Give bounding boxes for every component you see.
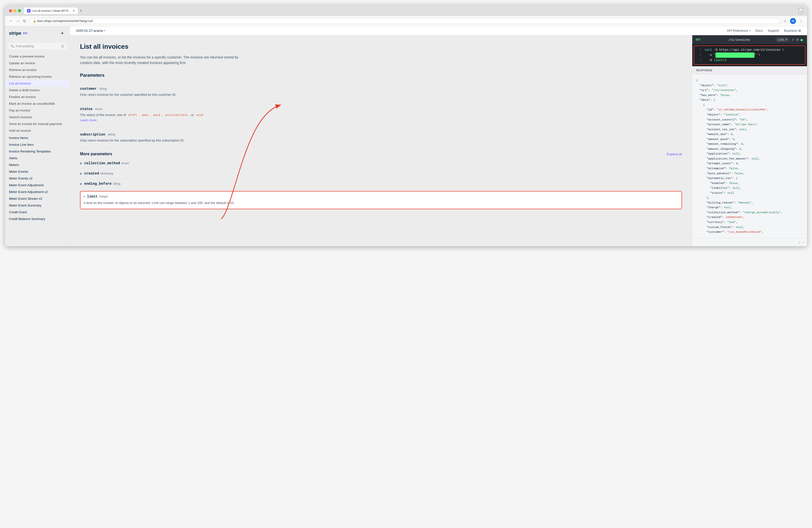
sidebar-section-credit-grant[interactable]: Credit Grant bbox=[5, 208, 70, 215]
copy-code-icon[interactable]: ⧉ bbox=[796, 38, 799, 42]
param-type-collection-method: enum bbox=[121, 161, 129, 165]
run-code-button[interactable]: ▶ bbox=[801, 38, 803, 42]
nav-docs[interactable]: Docs bbox=[755, 29, 763, 32]
param-customer: customer string Only return invoices for… bbox=[80, 82, 682, 102]
sidebar-item-update[interactable]: Update an invoice bbox=[5, 60, 70, 67]
response-panel: RESPONSE { "object": "list", "url": "/v1… bbox=[692, 66, 807, 246]
nav-business[interactable]: Business ⊞ bbox=[784, 29, 801, 32]
param-collection-method[interactable]: ▶ collection_method enum bbox=[80, 158, 682, 168]
response-line: "url": "/v1/invoices", bbox=[696, 88, 803, 93]
close-window-button[interactable] bbox=[9, 9, 12, 12]
minimize-window-button[interactable] bbox=[14, 9, 16, 12]
sidebar-item-mark-uncollectible[interactable]: Mark an invoice as uncollectible bbox=[5, 100, 70, 107]
sidebar-item-search[interactable]: Search invoices bbox=[5, 114, 70, 120]
sidebar-item-send-manual[interactable]: Send an invoice for manual payment bbox=[5, 120, 70, 127]
response-line: "attempt_count": 0, bbox=[696, 161, 803, 166]
param-type-customer: string bbox=[99, 87, 106, 90]
forward-button[interactable]: → bbox=[16, 19, 20, 23]
code-block: 1 curl -G https://api.stripe.com/v1/invo… bbox=[692, 44, 807, 66]
nav-support[interactable]: Support bbox=[768, 29, 779, 32]
sidebar-item-create-preview[interactable]: Create a preview invoice bbox=[5, 53, 70, 60]
expand-response-icon[interactable]: ↕ bbox=[798, 240, 800, 244]
response-line: "amount_remaining": 0, bbox=[696, 142, 803, 147]
param-ending-before[interactable]: ▶ ending_before string bbox=[80, 179, 682, 189]
response-line: "account_country": "US", bbox=[696, 117, 803, 122]
sidebar-section-invoice-line[interactable]: Invoice Line Item bbox=[5, 141, 70, 147]
sidebar-item-delete-draft[interactable]: Delete a draft invoice bbox=[5, 87, 70, 93]
search-shortcut-badge: / bbox=[61, 44, 64, 48]
sidebar-item-finalize[interactable]: Finalize an invoice bbox=[5, 93, 70, 100]
tab-menu-button[interactable]: ⌄ bbox=[799, 8, 803, 14]
sidebar-section-invoice-render[interactable]: Invoice Rendering Templates bbox=[5, 147, 70, 154]
code-panel-header: GET /v1/invoices cURL ▾ ↗ ⧉ ▶ bbox=[692, 35, 807, 44]
profile-avatar[interactable]: m bbox=[790, 18, 796, 24]
bookmark-button[interactable]: ☆ bbox=[783, 19, 787, 24]
stripe-logo: stripe API bbox=[9, 31, 27, 36]
param-name-status: status bbox=[80, 107, 92, 111]
sidebar-item-retrieve[interactable]: Retrieve an invoice bbox=[5, 67, 70, 73]
main-content: List all invoices You can list all invoi… bbox=[70, 35, 692, 246]
sidebar-item-list-all[interactable]: List all invoices bbox=[5, 80, 70, 87]
param-desc-status: The status of the invoice, one of draft,… bbox=[80, 113, 250, 123]
sidebar-section-meters[interactable]: Meters bbox=[5, 161, 70, 168]
response-line: "application": null, bbox=[696, 151, 803, 156]
sidebar-section-meter-event-summary[interactable]: Meter Event Summary bbox=[5, 202, 70, 208]
env-label: 2025-01-27.acacia bbox=[76, 29, 103, 32]
browser-menu-button[interactable]: ⋮ bbox=[799, 19, 803, 24]
sidebar-section-invoice-items[interactable]: Invoice Items bbox=[5, 134, 70, 141]
response-line: { bbox=[696, 103, 803, 107]
panels-wrapper: List all invoices You can list all invoi… bbox=[70, 35, 807, 246]
sidebar-section-meter-events[interactable]: Meter Events bbox=[5, 168, 70, 175]
titlebar: S List all invoices | Stripe API R... ✕ … bbox=[5, 5, 807, 16]
sidebar-search[interactable]: 🔍 Find anything / bbox=[8, 43, 67, 49]
tab-close-button[interactable]: ✕ bbox=[72, 9, 75, 13]
maximize-window-button[interactable] bbox=[18, 9, 21, 12]
active-tab[interactable]: S List all invoices | Stripe API R... ✕ bbox=[24, 8, 78, 14]
response-line: "object": "list", bbox=[696, 83, 803, 88]
response-line: "liability": null, bbox=[696, 186, 803, 191]
response-line: "amount_due": 0, bbox=[696, 132, 803, 137]
param-type-ending-before: string bbox=[113, 182, 120, 186]
back-button[interactable]: ← bbox=[9, 19, 13, 23]
response-line: "object": "invoice", bbox=[696, 112, 803, 117]
learn-more-link[interactable]: Learn more bbox=[80, 118, 97, 122]
param-desc-limit: A limit on the number of objects to be r… bbox=[84, 201, 679, 206]
env-selector[interactable]: 2025-01-27.acacia ▾ bbox=[76, 29, 105, 32]
refresh-button[interactable]: ↻ bbox=[23, 19, 26, 24]
chevron-right-icon-2: ▶ bbox=[80, 172, 82, 175]
param-limit[interactable]: ▾ limit integer A limit on the number of… bbox=[80, 191, 682, 209]
sidebar-section-credit-balance[interactable]: Credit Balance Summary bbox=[5, 215, 70, 222]
sidebar-section-alerts[interactable]: Alerts bbox=[5, 154, 70, 161]
sidebar-section-meter-event-stream[interactable]: Meter Event Stream v2 bbox=[5, 195, 70, 202]
response-line: "account_tax_ids": null, bbox=[696, 127, 803, 132]
expand-all-button[interactable]: Expand all bbox=[667, 152, 682, 156]
collapse-response-icon[interactable]: ↑ bbox=[802, 240, 804, 244]
sidebar-item-retrieve-upcoming[interactable]: Retrieve an upcoming invoice bbox=[5, 73, 70, 80]
sidebar-section-meter-event-adj[interactable]: Meter Event Adjustment bbox=[5, 181, 70, 188]
param-name-subscription: subscription bbox=[80, 132, 105, 136]
param-type-status: enum bbox=[95, 107, 102, 111]
response-line: "customer": "cus_NeZwdNtLEOXuvB", bbox=[696, 230, 803, 235]
stripe-wordmark: stripe bbox=[9, 31, 21, 36]
sidebar-section-meter-event-adj-v2[interactable]: Meter Event Adjustment v2 bbox=[5, 188, 70, 195]
sidebar-item-void[interactable]: Void an invoice bbox=[5, 127, 70, 134]
sidebar-section-meter-events-v2[interactable]: Meter Events v2 bbox=[5, 175, 70, 181]
window-controls bbox=[9, 9, 21, 12]
lang-selector[interactable]: cURL ▾ bbox=[776, 37, 789, 42]
nav-api-reference[interactable]: API Reference ▾ bbox=[727, 29, 751, 32]
theme-toggle-button[interactable]: ☀ bbox=[59, 30, 66, 37]
business-icon: ⊞ bbox=[798, 29, 801, 32]
code-line-3: 3 -d limit=3 bbox=[696, 58, 803, 63]
url-bar[interactable]: 🔒 docs.stripe.com/api/invoices/list?lang… bbox=[29, 18, 781, 24]
external-link-icon[interactable]: ↗ bbox=[791, 38, 794, 42]
content-area: 2025-01-27.acacia ▾ API Reference ▾ Docs… bbox=[70, 26, 807, 246]
sidebar: stripe API ☀ 🔍 Find anything / Create a … bbox=[5, 26, 70, 246]
param-created[interactable]: ▶ created dictionary bbox=[80, 168, 682, 179]
param-type-created: dictionary bbox=[101, 172, 113, 175]
new-tab-button[interactable]: + bbox=[80, 9, 82, 13]
sidebar-item-pay[interactable]: Pay an invoice bbox=[5, 107, 70, 114]
response-line: "attempted": false, bbox=[696, 166, 803, 171]
response-line: }, bbox=[696, 195, 803, 200]
code-open: open bbox=[140, 113, 150, 117]
lang-chevron-icon: ▾ bbox=[786, 38, 787, 41]
